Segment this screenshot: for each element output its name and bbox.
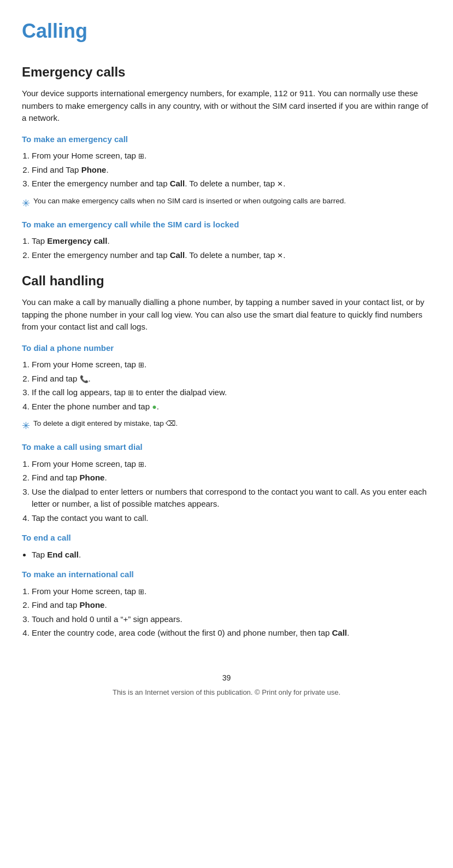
step-item: If the call log appears, tap ⊞ to enter … [32,386,431,399]
tip-text: You can make emergency calls when no SIM… [33,196,346,207]
call-handling-heading: Call handling [22,271,431,291]
make-emergency-call-locked-heading: To make an emergency call while the SIM … [22,219,431,231]
grid-icon: ⊞ [138,587,144,597]
dial-phone-number-heading: To dial a phone number [22,342,431,355]
make-emergency-call-locked-subsection: To make an emergency call while the SIM … [22,219,431,262]
dial-tip-text: To delete a digit entered by mistake, ta… [33,418,178,429]
step-item: From your Home screen, tap ⊞. [32,458,431,471]
tip-box: ✳ You can make emergency calls when no S… [22,196,431,211]
make-emergency-call-heading: To make an emergency call [22,133,431,146]
step-item: Tap Emergency call. [32,235,431,248]
step-item: Find and Tap Phone. [32,164,431,177]
step-item: Tap the contact you want to call. [32,512,431,525]
end-call-subsection: To end a call Tap End call. [22,532,431,561]
step-item: Find and tap 📞. [32,373,431,385]
page-number: 39 [22,672,431,684]
smart-dial-heading: To make a call using smart dial [22,441,431,454]
dial-tip-box: ✳ To delete a digit entered by mistake, … [22,418,431,433]
tip-icon: ✳ [22,419,30,433]
make-emergency-call-steps: From your Home screen, tap ⊞. Find and T… [32,150,431,190]
call-handling-section: Call handling You can make a call by man… [22,271,431,640]
page-title: Calling [22,16,431,46]
phone-contact-icon: 📞 [80,374,89,385]
end-call-item: Tap End call. [32,549,431,561]
emergency-calls-intro: Your device supports international emerg… [22,87,431,125]
step-item: Enter the country code, area code (witho… [32,627,431,640]
grid-icon: ⊞ [138,151,144,162]
emergency-calls-heading: Emergency calls [22,62,431,82]
step-item: From your Home screen, tap ⊞. [32,150,431,162]
tip-icon: ✳ [22,196,30,211]
backspace-icon: ⌫ [166,418,175,429]
emergency-calls-section: Emergency calls Your device supports int… [22,62,431,261]
step-item: Use the dialpad to enter letters or numb… [32,486,431,511]
international-call-steps: From your Home screen, tap ⊞. Find and t… [32,585,431,640]
step-item: Enter the emergency number and tap Call.… [32,249,431,262]
smart-dial-steps: From your Home screen, tap ⊞. Find and t… [32,458,431,525]
step-item: Find and tap Phone. [32,599,431,612]
dialpad-icon: ⊞ [128,388,134,398]
international-call-heading: To make an international call [22,568,431,581]
call-handling-intro: You can make a call by manually dialling… [22,296,431,333]
make-emergency-call-locked-steps: Tap Emergency call. Enter the emergency … [32,235,431,261]
call-button-icon: ● [152,401,156,413]
end-call-list: Tap End call. [32,549,431,561]
page-footer: 39 This is an Internet version of this p… [22,672,431,698]
make-emergency-call-subsection: To make an emergency call From your Home… [22,133,431,211]
grid-icon: ⊞ [138,360,144,371]
delete-icon: ✕ [277,250,283,261]
footer-text: This is an Internet version of this publ… [22,687,431,698]
international-call-subsection: To make an international call From your … [22,568,431,640]
delete-icon: ✕ [277,179,283,190]
step-item: Touch and hold 0 until a “+” sign appear… [32,613,431,626]
step-item: Find and tap Phone. [32,472,431,484]
step-item: From your Home screen, tap ⊞. [32,359,431,371]
step-item: From your Home screen, tap ⊞. [32,585,431,598]
smart-dial-subsection: To make a call using smart dial From you… [22,441,431,524]
dial-phone-number-subsection: To dial a phone number From your Home sc… [22,342,431,434]
step-item: Enter the emergency number and tap Call.… [32,178,431,190]
end-call-heading: To end a call [22,532,431,544]
dial-phone-number-steps: From your Home screen, tap ⊞. Find and t… [32,359,431,413]
grid-icon: ⊞ [138,459,144,470]
step-item: Enter the phone number and tap ●. [32,401,431,413]
